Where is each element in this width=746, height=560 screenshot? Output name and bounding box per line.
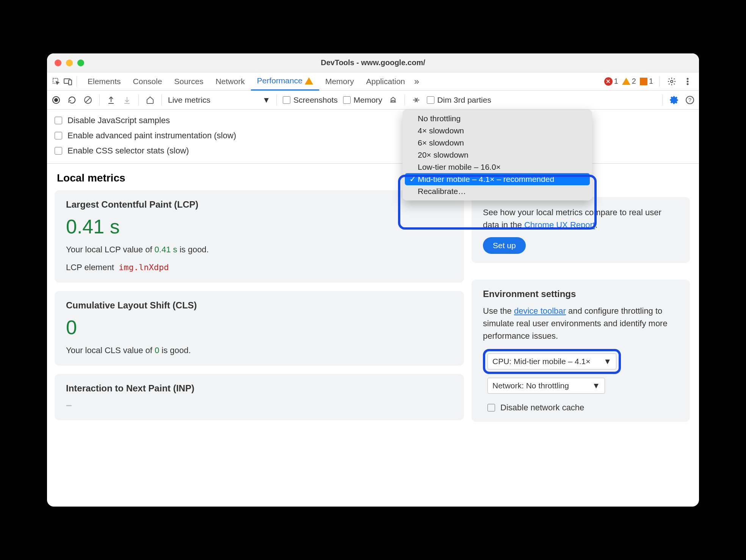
cls-title: Cumulative Layout Shift (CLS) — [66, 300, 453, 311]
dim-3rd-parties-checkbox[interactable]: Dim 3rd parties — [427, 95, 491, 105]
network-select-label: Network: No throttling — [492, 381, 569, 390]
checkbox-icon — [283, 96, 290, 104]
highlight-ring: CPU: Mid-tier mobile – 4.1× ▼ — [483, 349, 621, 374]
dropdown-item-selected[interactable]: Mid-tier mobile – 4.1× – recommended — [405, 173, 590, 185]
css-selector-stats-checkbox[interactable]: Enable CSS selector stats (slow) — [55, 146, 236, 156]
upload-icon[interactable] — [106, 96, 116, 104]
tab-application[interactable]: Application — [360, 72, 411, 91]
metrics-selector-label: Live metrics — [168, 95, 210, 105]
dropdown-item[interactable]: 6× slowdown — [403, 137, 592, 149]
cls-card: Cumulative Layout Shift (CLS) 0 Your loc… — [55, 291, 464, 366]
local-metrics-column: Local metrics Largest Contentful Paint (… — [47, 164, 472, 507]
memory-label: Memory — [354, 95, 382, 105]
reload-button[interactable] — [67, 96, 77, 104]
svg-line-10 — [86, 98, 90, 102]
chrome-ux-report-link[interactable]: Chrome UX Report — [524, 220, 595, 230]
help-icon[interactable]: ? — [685, 95, 695, 105]
warning-count: 2 — [632, 77, 636, 86]
cpu-select-label: CPU: Mid-tier mobile – 4.1× — [492, 357, 591, 366]
svg-text:?: ? — [688, 97, 691, 103]
download-icon[interactable] — [122, 96, 132, 104]
collapse-icon[interactable] — [411, 96, 422, 104]
checkbox-icon — [55, 132, 62, 139]
inp-title: Interaction to Next Paint (INP) — [66, 383, 453, 394]
crux-card: See how your local metrics compare to re… — [472, 197, 690, 263]
svg-point-5 — [687, 80, 689, 82]
lcp-description: Your local LCP value of 0.41 s is good. — [66, 243, 453, 256]
kebab-icon[interactable] — [682, 78, 694, 85]
lcp-element-selector[interactable]: img.lnXdpd — [119, 263, 169, 272]
device-toolbar-icon[interactable] — [62, 78, 74, 85]
disable-cache-label: Disable network cache — [500, 403, 584, 413]
settings-icon[interactable] — [666, 77, 678, 86]
network-throttle-select[interactable]: Network: No throttling ▼ — [487, 378, 605, 394]
disable-cache-checkbox[interactable]: Disable network cache — [487, 403, 679, 413]
svg-point-3 — [671, 80, 673, 83]
tab-sources[interactable]: Sources — [168, 72, 210, 91]
issue-badge[interactable]: 1 — [640, 77, 653, 86]
screenshots-checkbox[interactable]: Screenshots — [283, 95, 338, 105]
option-label: Enable advanced paint instrumentation (s… — [67, 131, 236, 141]
minimize-icon[interactable] — [66, 59, 73, 66]
gc-icon[interactable] — [388, 96, 398, 104]
caret-down-icon: ▼ — [603, 357, 611, 366]
caret-down-icon: ▼ — [262, 95, 270, 105]
crux-text: See how your local metrics compare to re… — [483, 206, 679, 231]
inp-card: Interaction to Next Paint (INP) – — [55, 374, 464, 420]
record-button[interactable] — [51, 96, 61, 104]
env-text: Use the device toolbar and configure thr… — [483, 305, 679, 342]
svg-point-8 — [54, 98, 58, 102]
setup-button[interactable]: Set up — [483, 237, 526, 254]
issue-count: 1 — [649, 77, 653, 86]
traffic-lights — [47, 59, 84, 66]
svg-point-6 — [687, 83, 689, 85]
zoom-icon[interactable] — [77, 59, 84, 66]
tab-elements[interactable]: Elements — [81, 72, 127, 91]
device-toolbar-link[interactable]: device toolbar — [514, 306, 566, 316]
dropdown-item[interactable]: 4× slowdown — [403, 125, 592, 137]
error-icon: ✕ — [604, 77, 613, 86]
inspect-icon[interactable] — [50, 77, 62, 86]
env-title: Environment settings — [483, 289, 679, 299]
tab-network[interactable]: Network — [210, 72, 251, 91]
issue-icon — [640, 78, 647, 85]
warning-badge[interactable]: 2 — [622, 77, 636, 86]
main-tabbar: Elements Console Sources Network Perform… — [47, 72, 699, 91]
dim-3rd-parties-label: Dim 3rd parties — [437, 95, 491, 105]
dropdown-item[interactable]: Recalibrate… — [403, 185, 592, 197]
checkbox-icon — [427, 96, 434, 104]
disable-js-samples-checkbox[interactable]: Disable JavaScript samples — [55, 116, 236, 125]
metrics-selector[interactable]: Live metrics ▼ — [168, 95, 270, 105]
option-label: Disable JavaScript samples — [67, 116, 170, 125]
error-badge[interactable]: ✕ 1 — [604, 77, 618, 86]
clear-button[interactable] — [83, 96, 93, 104]
tab-console[interactable]: Console — [127, 72, 168, 91]
capture-settings-icon[interactable] — [669, 95, 679, 105]
close-icon[interactable] — [55, 59, 61, 66]
advanced-paint-checkbox[interactable]: Enable advanced paint instrumentation (s… — [55, 131, 236, 141]
side-column: See how your local metrics compare to re… — [472, 164, 699, 507]
status-badges: ✕ 1 2 1 — [604, 76, 696, 87]
dropdown-item[interactable]: No throttling — [403, 113, 592, 125]
lcp-value: 0.41 s — [66, 215, 453, 238]
cpu-throttle-select[interactable]: CPU: Mid-tier mobile – 4.1× ▼ — [487, 354, 616, 369]
checkbox-icon — [55, 117, 62, 124]
titlebar: DevTools - www.google.com/ — [47, 53, 699, 72]
option-label: Enable CSS selector stats (slow) — [67, 146, 189, 156]
error-count: 1 — [614, 77, 618, 86]
main-content: Local metrics Largest Contentful Paint (… — [47, 164, 699, 507]
dropdown-item[interactable]: 20× slowdown — [403, 149, 592, 161]
window-title: DevTools - www.google.com/ — [47, 58, 699, 67]
more-tabs-icon[interactable]: » — [411, 76, 422, 87]
performance-toolbar: Live metrics ▼ Screenshots Memory Dim 3r… — [47, 91, 699, 109]
home-icon[interactable] — [145, 96, 155, 104]
warning-icon — [305, 77, 313, 84]
tab-memory[interactable]: Memory — [319, 72, 360, 91]
dropdown-item[interactable]: Low-tier mobile – 16.0× — [403, 161, 592, 173]
panel-tabs: Elements Console Sources Network Perform… — [81, 72, 411, 91]
lcp-element-row: LCP element img.lnXdpd — [66, 261, 453, 274]
memory-checkbox[interactable]: Memory — [343, 95, 382, 105]
checkbox-icon — [343, 96, 351, 104]
checkbox-icon — [487, 404, 495, 411]
tab-performance[interactable]: Performance — [251, 72, 319, 91]
